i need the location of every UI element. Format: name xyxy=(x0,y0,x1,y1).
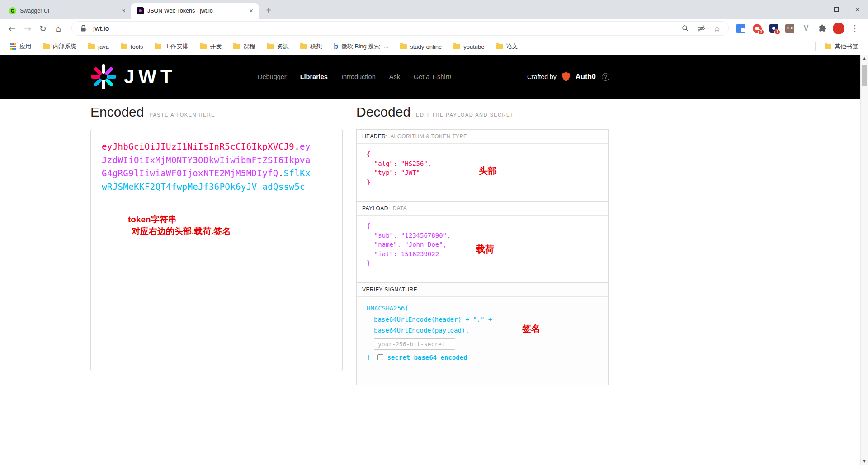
folder-icon xyxy=(155,44,161,49)
payload-json[interactable]: { "sub": "1234567890", "name": "John Doe… xyxy=(357,216,608,268)
bookmark-label: study-online xyxy=(410,43,442,50)
mask-extension-icon[interactable] xyxy=(783,22,797,35)
tab-close-icon[interactable]: × xyxy=(120,7,127,15)
bookmark-label: 应用 xyxy=(19,42,31,51)
auth0-logo-icon xyxy=(561,71,571,82)
translate-glyph-icon xyxy=(736,24,745,33)
swagger-favicon-icon xyxy=(9,7,16,14)
bookmark-folder-thesis[interactable]: 论文 xyxy=(493,41,522,52)
zoom-icon[interactable] xyxy=(679,23,691,34)
page-scrollbar[interactable]: ▲ ▼ xyxy=(860,55,868,465)
bookmark-label: 联想 xyxy=(310,42,322,51)
folder-icon xyxy=(267,44,274,49)
home-button[interactable]: ⌂ xyxy=(51,21,66,36)
tab-strip: Swagger UI × JSON Web Tokens - jwt.io × … xyxy=(0,0,868,19)
nav-libraries[interactable]: Libraries xyxy=(300,73,328,80)
signature-line: HMACSHA256( xyxy=(367,303,608,314)
translate-extension-icon[interactable] xyxy=(734,22,748,35)
tab-swagger-ui[interactable]: Swagger UI × xyxy=(4,3,131,19)
scrollbar-thumb[interactable] xyxy=(862,65,867,86)
bookmark-folder-schedule[interactable]: 工作安排 xyxy=(151,41,192,52)
token-input-box[interactable]: eyJhbGciOiJIUzI1NiIsInR5cCI6IkpXVCJ9.eyJ… xyxy=(90,129,343,371)
new-tab-button[interactable]: + xyxy=(262,4,275,17)
bookmark-star-icon[interactable]: ☆ xyxy=(711,23,723,34)
close-paren: ) xyxy=(367,352,370,363)
bookmark-folder-resource[interactable]: 资源 xyxy=(263,41,292,52)
json-line: { xyxy=(367,150,608,159)
nav-tshirt[interactable]: Get a T-shirt! xyxy=(414,73,452,80)
jwt-pinwheel-icon xyxy=(90,64,117,90)
bookmarks-bar: 应用 内部系统 java tools 工作安排 开发 课程 资源 联想 b微软 … xyxy=(0,38,868,55)
scroll-up-icon[interactable]: ▲ xyxy=(861,55,868,62)
extension-badge: 1 xyxy=(774,29,780,35)
url-text[interactable]: jwt.io xyxy=(93,24,109,33)
bookmark-label: java xyxy=(98,43,109,50)
folder-icon xyxy=(400,44,407,49)
other-bookmarks[interactable]: 其他书签 xyxy=(821,41,862,52)
folder-icon xyxy=(300,44,307,49)
jwt-token-text[interactable]: eyJhbGciOiJIUzI1NiIsInR5cCI6IkpXVCJ9.eyJ… xyxy=(102,140,311,193)
decoded-subtitle: EDIT THE PAYLOAD AND SECRET xyxy=(416,112,514,117)
profile-avatar[interactable] xyxy=(832,22,845,35)
v-extension-icon[interactable]: V xyxy=(799,22,813,35)
red-extension-icon[interactable]: 3 xyxy=(750,22,764,35)
bookmark-label: youtube xyxy=(463,43,484,50)
jwt-logo-text: JWT xyxy=(124,66,176,88)
bookmark-folder-tools[interactable]: tools xyxy=(117,42,146,52)
bookmark-folder-study-online[interactable]: study-online xyxy=(396,42,445,52)
folder-icon xyxy=(43,44,50,49)
extension-tray: 3 1 V ⋮ xyxy=(734,22,863,35)
bookmark-folder-youtube[interactable]: youtube xyxy=(450,42,488,52)
scroll-down-icon[interactable]: ▼ xyxy=(861,457,868,465)
base64-encoded-checkbox[interactable] xyxy=(377,354,383,360)
browser-menu-icon[interactable]: ⋮ xyxy=(848,22,862,35)
bookmark-folder-dev[interactable]: 开发 xyxy=(196,41,225,52)
bookmark-folder-course[interactable]: 课程 xyxy=(230,41,259,52)
close-window-button[interactable]: × xyxy=(847,0,868,19)
bookmarks-divider xyxy=(815,42,816,51)
bookmark-folder-java[interactable]: java xyxy=(85,42,113,52)
folder-icon xyxy=(496,44,503,49)
signature-box-label-row: VERIFY SIGNATURE xyxy=(357,283,608,297)
nav-debugger[interactable]: Debugger xyxy=(258,73,287,80)
minimize-icon xyxy=(812,9,817,9)
signature-formula: HMACSHA256( base64UrlEncode(header) + ".… xyxy=(357,297,608,363)
bookmark-apps[interactable]: 应用 xyxy=(6,41,35,52)
nav-ask[interactable]: Ask xyxy=(389,73,400,80)
decoded-payload-box: PAYLOAD: DATA { "sub": "1234567890", "na… xyxy=(356,201,609,283)
forward-button[interactable]: → xyxy=(20,21,35,36)
avatar-icon xyxy=(833,23,844,34)
tab-close-icon[interactable]: × xyxy=(247,7,255,15)
maximize-button[interactable] xyxy=(826,0,847,19)
other-bookmarks-area: 其他书签 xyxy=(815,41,862,52)
payload-sublabel: DATA xyxy=(392,205,407,211)
browser-toolbar: ← → ↻ ⌂ jwt.io ☆ 3 1 V ⋮ xyxy=(0,19,868,38)
back-button[interactable]: ← xyxy=(5,21,20,36)
nav-introduction[interactable]: Introduction xyxy=(341,73,376,80)
address-bar[interactable]: jwt.io ☆ xyxy=(71,21,729,36)
reload-button[interactable]: ↻ xyxy=(35,21,51,36)
minimize-button[interactable] xyxy=(804,0,826,19)
bookmark-folder-lenovo[interactable]: 联想 xyxy=(297,41,326,52)
decoded-title: DecodedEDIT THE PAYLOAD AND SECRET xyxy=(356,104,514,120)
bookmark-bing[interactable]: b微软 Bing 搜索 -... xyxy=(330,41,392,52)
eye-slash-icon[interactable] xyxy=(695,23,707,34)
folder-icon xyxy=(200,44,207,49)
folder-icon xyxy=(88,44,95,49)
bookmark-label: 课程 xyxy=(243,42,255,51)
secret-input[interactable] xyxy=(374,338,455,350)
puzzle-extensions-icon[interactable] xyxy=(816,22,829,35)
tab-jwt-io[interactable]: JSON Web Tokens - jwt.io × xyxy=(131,3,259,19)
auth0-link[interactable]: Auth0 xyxy=(576,73,596,81)
token-header-segment: eyJhbGciOiJIUzI1NiIsInR5cCI6IkpXVCJ9 xyxy=(102,141,294,151)
base64-checkbox-label[interactable]: secret base64 encoded xyxy=(387,352,467,363)
signature-line: base64UrlEncode(payload), xyxy=(374,325,608,336)
bookmark-folder-internal[interactable]: 内部系统 xyxy=(39,41,80,52)
mask-glyph-icon xyxy=(785,24,794,33)
help-icon[interactable]: ? xyxy=(602,73,609,81)
dark-extension-icon[interactable]: 1 xyxy=(767,22,780,35)
signature-annotation: 签名 xyxy=(522,323,540,335)
token-dot: . xyxy=(294,141,300,151)
folder-icon xyxy=(453,44,460,49)
jwt-logo[interactable]: JWT xyxy=(90,55,176,99)
